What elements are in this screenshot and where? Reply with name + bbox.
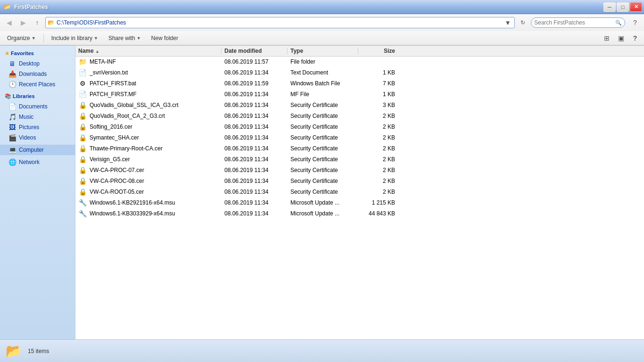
up-button[interactable]: ↑: [31, 16, 43, 29]
file-name: _svnVersion.txt: [90, 69, 128, 76]
table-row[interactable]: 🔒 VW-CA-ROOT-05.cer 08.06.2019 11:34 Sec…: [75, 187, 644, 197]
table-row[interactable]: 🔧 Windows6.1-KB2921916-x64.msu 08.06.201…: [75, 197, 644, 208]
col-header-name[interactable]: Name ▲: [75, 48, 222, 54]
music-icon: 🎵: [8, 113, 16, 121]
view-options-button[interactable]: ⊞: [601, 32, 613, 44]
libraries-header[interactable]: 📚 Libraries: [0, 91, 75, 101]
file-type: Security Certificate: [288, 166, 358, 174]
include-library-button[interactable]: Include in library ▼: [47, 33, 102, 43]
file-list: 📁 META-INF 08.06.2019 11:57 File folder …: [75, 57, 644, 219]
col-header-type[interactable]: Type: [288, 48, 358, 54]
title-bar-text: FirstPatches: [14, 4, 48, 10]
sidebar-item-downloads[interactable]: 📥 Downloads: [0, 69, 75, 79]
file-date: 08.06.2019 11:34: [222, 123, 288, 131]
col-header-size[interactable]: Size: [358, 48, 401, 54]
table-row[interactable]: 🔒 QuoVadis_Global_SSL_ICA_G3.crt 08.06.2…: [75, 100, 644, 111]
sidebar-item-label-pictures: Pictures: [19, 124, 39, 131]
file-type: MF File: [288, 90, 358, 98]
minimize-button[interactable]: ─: [603, 2, 616, 12]
maximize-button[interactable]: □: [617, 2, 629, 12]
file-size: 1 KB: [358, 90, 401, 98]
organize-button[interactable]: Organize ▼: [3, 33, 40, 43]
file-size: 2 KB: [358, 188, 401, 196]
help-toolbar-button[interactable]: ?: [629, 32, 641, 44]
sidebar-item-desktop[interactable]: 🖥 Desktop: [0, 58, 75, 69]
sidebar-item-recent-places[interactable]: 🕐 Recent Places: [0, 79, 75, 90]
table-row[interactable]: 🔧 Windows6.1-KB3033929-x64.msu 08.06.201…: [75, 208, 644, 219]
favorites-header[interactable]: ★ Favorites: [0, 49, 75, 58]
new-folder-label: New folder: [151, 35, 178, 41]
table-row[interactable]: 🔒 Thawte-Primary-Root-CA.cer 08.06.2019 …: [75, 143, 644, 154]
item-count: 15 items: [28, 348, 49, 354]
file-icon: 🔧: [78, 210, 87, 217]
table-row[interactable]: 🔒 VW-CA-PROC-08.cer 08.06.2019 11:34 Sec…: [75, 176, 644, 187]
file-icon: 🔒: [78, 166, 87, 174]
file-icon: 🔒: [78, 177, 87, 185]
sidebar-item-label-documents: Documents: [19, 103, 48, 110]
sidebar-item-label-music: Music: [19, 114, 33, 120]
file-name: QuoVadis_Global_SSL_ICA_G3.crt: [90, 102, 179, 108]
address-input[interactable]: [57, 19, 503, 26]
new-folder-button[interactable]: New folder: [147, 33, 182, 43]
search-input[interactable]: [534, 19, 615, 26]
file-type: Security Certificate: [288, 134, 358, 141]
table-row[interactable]: 📄 PATCH_FIRST.MF 08.06.2019 11:34 MF Fil…: [75, 89, 644, 100]
nav-bar: ◀ ▶ ↑ 📂 ▼ ↻ 🔍 ?: [0, 14, 644, 31]
file-name: VW-CA-ROOT-05.cer: [90, 189, 144, 195]
sidebar-item-network[interactable]: 🌐 Network: [0, 157, 75, 167]
sidebar-item-computer[interactable]: 💻 Computer: [0, 145, 75, 155]
file-date: 08.06.2019 11:34: [222, 134, 288, 141]
title-bar-left: 📂 FirstPatches: [4, 3, 48, 11]
file-size: 1 215 KB: [358, 199, 401, 206]
file-date: 08.06.2019 11:34: [222, 101, 288, 109]
refresh-button[interactable]: ↻: [517, 16, 529, 29]
sidebar-item-label-desktop: Desktop: [19, 60, 40, 67]
table-row[interactable]: 🔒 VW-CA-PROC-07.cer 08.06.2019 11:34 Sec…: [75, 165, 644, 176]
forward-button[interactable]: ▶: [17, 16, 29, 29]
back-button[interactable]: ◀: [3, 16, 15, 29]
sidebar-item-pictures[interactable]: 🖼 Pictures: [0, 122, 75, 132]
file-date: 08.06.2019 11:59: [222, 80, 288, 87]
table-row[interactable]: 📄 _svnVersion.txt 08.06.2019 11:34 Text …: [75, 67, 644, 78]
share-with-button[interactable]: Share with ▼: [104, 33, 145, 43]
table-row[interactable]: 🔒 Symantec_SHA.cer 08.06.2019 11:34 Secu…: [75, 132, 644, 143]
main-area: ★ Favorites 🖥 Desktop 📥 Downloads 🕐 Rece…: [0, 46, 644, 339]
organize-arrow: ▼: [32, 36, 36, 41]
sidebar-item-videos[interactable]: 🎬 Videos: [0, 132, 75, 143]
file-size: 7 KB: [358, 80, 401, 87]
share-with-label: Share with: [108, 35, 135, 41]
file-name: META-INF: [90, 58, 116, 65]
sidebar-item-documents[interactable]: 📄 Documents: [0, 101, 75, 112]
col-header-date[interactable]: Date modified: [222, 48, 288, 54]
file-name: Windows6.1-KB3033929-x64.msu: [90, 210, 175, 217]
table-row[interactable]: 📁 META-INF 08.06.2019 11:57 File folder: [75, 57, 644, 67]
sidebar-item-label-network: Network: [19, 159, 40, 165]
file-date: 08.06.2019 11:34: [222, 210, 288, 217]
file-icon: 📄: [78, 69, 87, 76]
title-bar-buttons: ─ □ ✕: [603, 2, 642, 12]
file-icon: 🔒: [78, 156, 87, 163]
table-row[interactable]: 🔒 Softing_2016.cer 08.06.2019 11:34 Secu…: [75, 122, 644, 132]
status-folder-icon: 📂: [6, 343, 22, 359]
file-name: Softing_2016.cer: [90, 123, 132, 130]
file-icon: ⚙: [78, 80, 87, 87]
file-name: QuoVadis_Root_CA_2_G3.crt: [90, 113, 165, 119]
file-name: PATCH_FIRST.MF: [90, 91, 137, 98]
toolbar-area: ◀ ▶ ↑ 📂 ▼ ↻ 🔍 ? Organize ▼ Include in li…: [0, 14, 644, 46]
table-row[interactable]: ⚙ PATCH_FIRST.bat 08.06.2019 11:59 Windo…: [75, 78, 644, 89]
file-icon: 🔒: [78, 101, 87, 109]
videos-icon: 🎬: [8, 134, 16, 141]
address-dropdown-button[interactable]: ▼: [503, 17, 512, 28]
search-button[interactable]: 🔍: [615, 20, 622, 26]
sidebar-item-music[interactable]: 🎵 Music: [0, 112, 75, 122]
file-type: Text Document: [288, 69, 358, 76]
network-section: 🌐 Network: [0, 157, 75, 167]
table-row[interactable]: 🔒 Verisign_G5.cer 08.06.2019 11:34 Secur…: [75, 154, 644, 165]
close-button[interactable]: ✕: [630, 2, 642, 12]
help-button[interactable]: ?: [629, 16, 641, 29]
file-size: 2 KB: [358, 156, 401, 163]
table-row[interactable]: 🔒 QuoVadis_Root_CA_2_G3.crt 08.06.2019 1…: [75, 111, 644, 122]
file-date: 08.06.2019 11:34: [222, 90, 288, 98]
preview-pane-button[interactable]: ▣: [615, 32, 627, 44]
file-name: VW-CA-PROC-08.cer: [90, 178, 144, 184]
